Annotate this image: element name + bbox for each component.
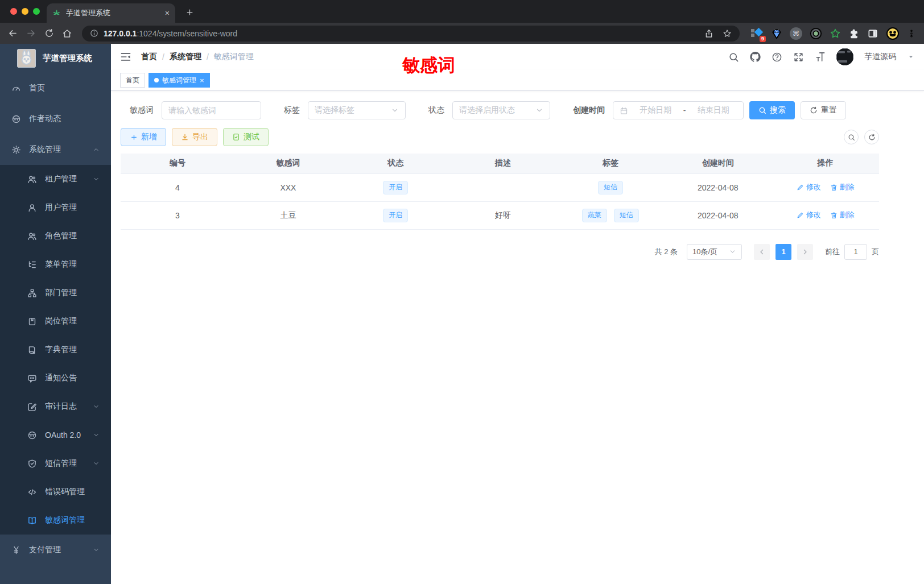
sidebar-item-home[interactable]: 首页 — [0, 73, 111, 103]
date-range-picker[interactable]: 开始日期 - 结束日期 — [613, 101, 744, 119]
add-button[interactable]: 新增 — [121, 128, 166, 146]
sidebar-item-menus[interactable]: 菜单管理 — [0, 250, 111, 279]
sidebar-item-notices[interactable]: 通知公告 — [0, 364, 111, 392]
extension-tag-icon[interactable]: 9 — [750, 27, 764, 40]
extensions-area: 9 ⌘ — [748, 27, 918, 40]
reset-button[interactable]: 重置 — [801, 101, 846, 119]
home-button[interactable] — [60, 27, 74, 40]
user-name[interactable]: 芋道源码 — [864, 52, 896, 62]
page-size-select[interactable]: 10条/页 — [687, 244, 742, 260]
prev-page-button[interactable] — [754, 244, 770, 260]
extension-shortcut-icon[interactable]: ⌘ — [790, 27, 802, 40]
sidebar-item-label: 岗位管理 — [45, 316, 77, 326]
sidebar-item-label: 菜单管理 — [45, 259, 77, 270]
browser-tab[interactable]: 芋道管理系统 × — [47, 3, 175, 23]
sidebar-item-roles[interactable]: 角色管理 — [0, 222, 111, 250]
forward-button[interactable] — [24, 27, 38, 40]
status-select[interactable]: 请选择启用状态 — [452, 101, 550, 119]
tenant-users-icon — [27, 175, 37, 184]
document-check-icon — [232, 133, 240, 141]
extensions-puzzle-icon[interactable] — [848, 28, 860, 39]
fullscreen-icon[interactable] — [793, 52, 804, 63]
trash-icon — [830, 212, 838, 219]
font-size-icon[interactable] — [815, 52, 826, 63]
breadcrumb-system[interactable]: 系统管理 — [170, 52, 201, 62]
extension-recorder-icon[interactable] — [810, 27, 822, 40]
search-button[interactable]: 搜索 — [749, 101, 795, 119]
tag-select[interactable]: 请选择标签 — [308, 101, 406, 119]
sidebar-item-system[interactable]: 系统管理 — [0, 134, 111, 165]
extension-gem-icon[interactable] — [771, 28, 782, 39]
sidebar-item-sms[interactable]: 短信管理 — [0, 449, 111, 478]
edit-link[interactable]: 修改 — [797, 182, 821, 192]
delete-link[interactable]: 删除 — [830, 210, 855, 220]
column-header-actions: 操作 — [772, 154, 879, 173]
keyword-input[interactable] — [168, 106, 254, 115]
sidebar-item-sensitive-words[interactable]: 敏感词管理 — [0, 506, 111, 535]
view-tab-home[interactable]: 首页 — [120, 73, 145, 88]
test-button[interactable]: 测试 — [223, 128, 269, 146]
tab-close-icon[interactable]: × — [200, 77, 204, 84]
sidebar-item-error-codes[interactable]: 错误码管理 — [0, 478, 111, 506]
close-window-button[interactable] — [10, 8, 17, 15]
browser-menu-icon[interactable] — [907, 29, 916, 38]
tag-badge: 短信 — [614, 209, 639, 222]
tab-close-icon[interactable]: × — [165, 9, 170, 18]
author-chat-icon — [11, 114, 21, 124]
github-icon[interactable] — [750, 52, 761, 63]
filter-keyword-group: 敏感词 — [130, 101, 261, 119]
sidebar-item-users[interactable]: 用户管理 — [0, 193, 111, 222]
breadcrumb-separator: / — [162, 52, 164, 61]
sidebar-item-label: 敏感词管理 — [45, 515, 85, 525]
cell-description: 好呀 — [449, 201, 557, 229]
tag-label: 标签 — [284, 105, 300, 115]
user-avatar[interactable] — [836, 48, 853, 65]
bookmark-star-icon[interactable] — [723, 29, 732, 38]
filter-actions: 搜索 重置 — [749, 101, 846, 119]
sidebar-item-oauth[interactable]: OAuth 2.0 — [0, 421, 111, 449]
show-search-toggle-button[interactable] — [844, 130, 859, 144]
next-page-button[interactable] — [797, 244, 813, 260]
site-info-icon[interactable] — [90, 29, 98, 38]
page-number-1[interactable]: 1 — [776, 244, 791, 260]
sidebar-item-dictionary[interactable]: 字典管理 — [0, 336, 111, 364]
new-tab-button[interactable] — [181, 3, 198, 20]
reload-button[interactable] — [42, 27, 56, 40]
goto-page-input[interactable] — [844, 244, 867, 260]
sidebar-item-audit-log[interactable]: 审计日志 — [0, 392, 111, 421]
back-button[interactable] — [6, 27, 19, 40]
user-caret-down-icon[interactable] — [907, 53, 915, 61]
side-panel-icon[interactable] — [867, 28, 878, 39]
breadcrumb: 首页 / 系统管理 / 敏感词管理 — [141, 52, 254, 62]
header-search-icon[interactable] — [728, 52, 739, 63]
cell-create-time: 2022-04-08 — [664, 201, 772, 229]
view-tab-sensitive-word[interactable]: 敏感词管理 × — [148, 73, 210, 88]
refresh-table-button[interactable] — [864, 130, 879, 144]
sidebar-item-payment[interactable]: 支付管理 — [0, 535, 111, 565]
help-icon[interactable] — [772, 52, 782, 63]
breadcrumb-home[interactable]: 首页 — [141, 52, 157, 62]
app-logo-row[interactable]: 芋道管理系统 — [0, 44, 111, 73]
zoom-window-button[interactable] — [33, 8, 40, 15]
sidebar-item-posts[interactable]: 岗位管理 — [0, 307, 111, 336]
sidebar-fold-icon[interactable] — [120, 51, 131, 63]
sidebar-item-departments[interactable]: 部门管理 — [0, 279, 111, 307]
profile-avatar-emoji[interactable] — [886, 27, 900, 40]
extension-green-star-icon[interactable] — [830, 28, 841, 39]
page-size-value: 10条/页 — [692, 247, 717, 257]
chevron-down-icon — [535, 106, 543, 114]
delete-link[interactable]: 删除 — [830, 182, 855, 192]
minimize-window-button[interactable] — [22, 8, 28, 15]
export-button[interactable]: 导出 — [172, 128, 217, 146]
active-tab-dot — [154, 78, 159, 82]
address-bar[interactable]: 127.0.0.1:1024/system/sensitive-word — [82, 26, 740, 42]
sidebar-item-tenant[interactable]: 租户管理 — [0, 165, 111, 193]
share-icon[interactable] — [704, 29, 713, 38]
edit-link[interactable]: 修改 — [797, 210, 821, 220]
search-button-label: 搜索 — [770, 105, 786, 115]
sidebar-item-author-news[interactable]: 作者动态 — [0, 103, 111, 134]
sidebar-item-label: 字典管理 — [45, 345, 77, 355]
edit-link-label: 修改 — [806, 210, 821, 220]
filter-tag-group: 标签 请选择标签 — [284, 101, 406, 119]
breadcrumb-current: 敏感词管理 — [214, 52, 254, 62]
